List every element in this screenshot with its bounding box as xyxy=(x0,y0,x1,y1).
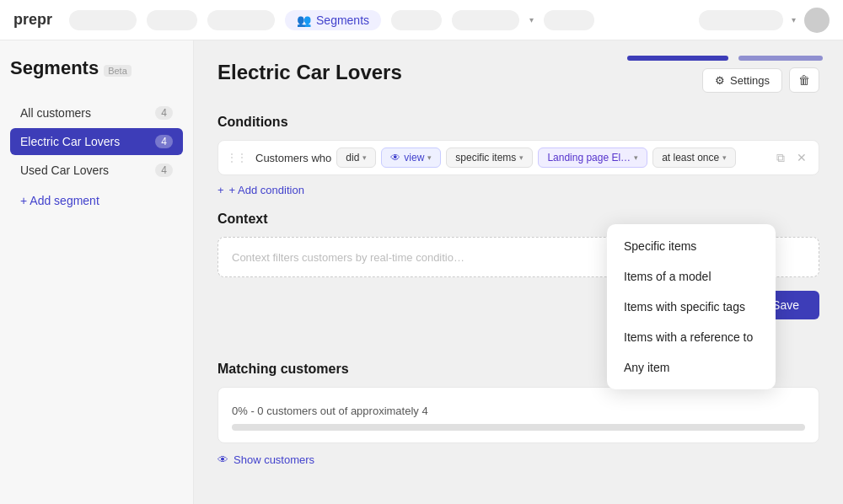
nav-pill-5[interactable] xyxy=(452,10,519,30)
sidebar-item-all-customers[interactable]: All customers 4 xyxy=(10,99,183,126)
remove-condition-button[interactable]: ✕ xyxy=(793,149,810,166)
sidebar-item-used-car-lovers[interactable]: Used Car Lovers 4 xyxy=(10,157,183,184)
all-customers-count: 4 xyxy=(155,106,173,120)
settings-button[interactable]: ⚙ Settings xyxy=(702,68,782,93)
add-condition-button[interactable]: + + Add condition xyxy=(217,184,819,196)
gear-icon: ⚙ xyxy=(715,74,725,87)
context-placeholder: Context filters customers by real-time c… xyxy=(232,251,464,264)
segments-icon: 👥 xyxy=(297,13,311,27)
logo: prepr xyxy=(13,11,52,29)
specific-items-dropdown: Specific items Items of a model Items wi… xyxy=(607,224,776,389)
at-least-once-chevron: ▾ xyxy=(722,153,727,162)
content-area: Electric Car Lovers ⚙ Settings 🗑 Conditi… xyxy=(194,40,843,504)
landing-page-chevron: ▾ xyxy=(634,153,638,162)
condition-row: ⋮⋮ Customers who did ▾ 👁 view ▾ specific… xyxy=(217,140,819,175)
segment-title: Electric Car Lovers xyxy=(217,61,402,84)
customers-who-label: Customers who xyxy=(255,152,331,164)
eye-show-icon: 👁 xyxy=(217,453,228,466)
plus-icon: + xyxy=(217,184,224,196)
condition-actions: ⧉ ✕ xyxy=(773,149,810,167)
matching-count-label: 0% - 0 customers out of approximately 4 xyxy=(232,405,805,417)
dropdown-item-any-item[interactable]: Any item xyxy=(607,352,776,383)
electric-car-lovers-count: 4 xyxy=(155,135,173,148)
dropdown-item-specific-items[interactable]: Specific items xyxy=(607,231,776,261)
account-menu[interactable] xyxy=(699,10,783,30)
account-chevron[interactable]: ▾ xyxy=(792,15,796,24)
beta-badge: Beta xyxy=(104,65,132,77)
nav-pill-4[interactable] xyxy=(391,10,442,30)
specific-items-chevron: ▾ xyxy=(519,153,524,162)
at-least-once-pill[interactable]: at least once ▾ xyxy=(652,147,736,168)
electric-car-lovers-label: Electric Car Lovers xyxy=(20,135,120,148)
sidebar-header: Segments Beta xyxy=(10,57,183,83)
sidebar-title: Segments xyxy=(10,57,99,79)
title-actions: ⚙ Settings 🗑 xyxy=(702,67,819,93)
main-layout: Segments Beta All customers 4 Electric C… xyxy=(0,40,843,504)
title-row: Electric Car Lovers ⚙ Settings 🗑 xyxy=(217,61,819,99)
dropdown-item-model[interactable]: Items of a model xyxy=(607,261,776,292)
eye-icon: 👁 xyxy=(390,152,400,164)
dropdown-item-specific-tags[interactable]: Items with specific tags xyxy=(607,292,776,322)
did-chevron: ▾ xyxy=(362,153,367,162)
progress-bars xyxy=(627,56,823,61)
delete-button[interactable]: 🗑 xyxy=(789,67,819,93)
add-segment-button[interactable]: + Add segment xyxy=(10,187,183,214)
nav-pill-6[interactable] xyxy=(544,10,594,30)
top-navigation: prepr 👥 Segments ▾ ▾ xyxy=(0,0,843,40)
dropdown-item-reference[interactable]: Items with a reference to xyxy=(607,322,776,352)
show-customers-button[interactable]: 👁 Show customers xyxy=(217,453,819,466)
all-customers-label: All customers xyxy=(20,106,91,120)
conditions-section-label: Conditions xyxy=(217,115,819,130)
sidebar-item-electric-car-lovers[interactable]: Electric Car Lovers 4 xyxy=(10,128,183,155)
used-car-lovers-count: 4 xyxy=(155,164,173,177)
nav-pill-1[interactable] xyxy=(69,10,137,30)
topnav-right-area: ▾ xyxy=(699,8,830,33)
view-pill[interactable]: 👁 view ▾ xyxy=(381,147,441,168)
nav-pill-3[interactable] xyxy=(207,10,275,30)
copy-condition-button[interactable]: ⧉ xyxy=(773,149,788,167)
landing-page-pill[interactable]: Landing page El… ▾ xyxy=(538,147,647,168)
trash-icon: 🗑 xyxy=(798,73,810,87)
specific-items-pill[interactable]: specific items ▾ xyxy=(446,147,533,168)
sidebar: Segments Beta All customers 4 Electric C… xyxy=(0,40,194,504)
drag-handle-icon[interactable]: ⋮⋮ xyxy=(227,152,247,164)
used-car-lovers-label: Used Car Lovers xyxy=(20,164,109,177)
progress-bar-2 xyxy=(738,56,823,61)
matching-progress-bar xyxy=(232,424,805,431)
progress-bar-1 xyxy=(627,56,728,61)
nav-pill-2[interactable] xyxy=(147,10,197,30)
view-chevron: ▾ xyxy=(427,153,432,162)
nav-segments[interactable]: 👥 Segments xyxy=(285,10,381,30)
avatar[interactable] xyxy=(804,8,830,33)
nav-dropdown-chevron[interactable]: ▾ xyxy=(529,15,534,24)
did-pill[interactable]: did ▾ xyxy=(336,147,376,168)
